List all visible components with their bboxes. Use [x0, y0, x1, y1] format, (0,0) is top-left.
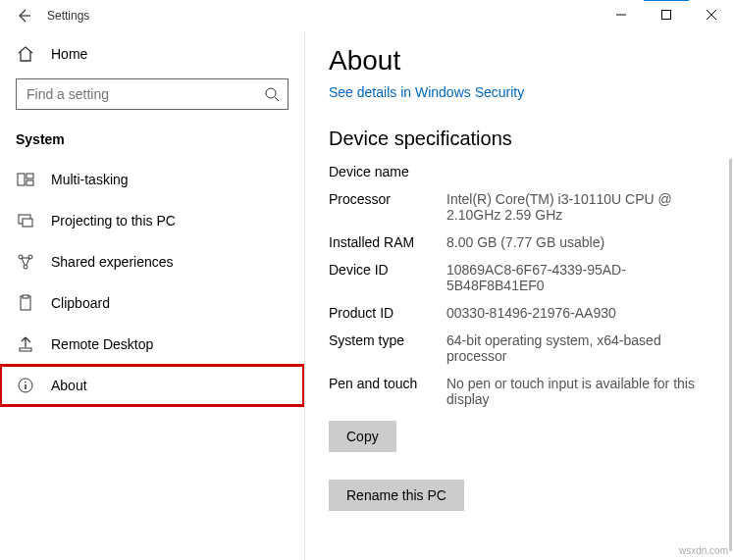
sidebar-item-label: Shared experiences — [51, 254, 174, 270]
spec-value: 64-bit operating system, x64-based proce… — [446, 332, 710, 364]
content-pane: About See details in Windows Security De… — [304, 31, 734, 560]
spec-value: 8.00 GB (7.77 GB usable) — [446, 234, 710, 250]
minimize-button[interactable] — [599, 0, 644, 29]
copy-button[interactable]: Copy — [329, 421, 396, 452]
info-icon — [16, 377, 35, 394]
sidebar-item-label: About — [51, 378, 87, 393]
scrollbar[interactable] — [729, 159, 732, 551]
window-title: Settings — [47, 9, 89, 23]
spec-key: Processor — [329, 191, 439, 223]
nav-home[interactable]: Home — [0, 35, 304, 73]
spec-value: Intel(R) Core(TM) i3-10110U CPU @ 2.10GH… — [446, 191, 710, 223]
sidebar-item-label: Clipboard — [51, 295, 110, 311]
svg-rect-7 — [26, 174, 33, 178]
spec-value — [446, 164, 710, 179]
search-box[interactable] — [16, 78, 288, 110]
sidebar-item-remote[interactable]: Remote Desktop — [0, 324, 304, 365]
spec-key: Pen and touch — [329, 376, 439, 407]
clipboard-icon — [16, 294, 35, 312]
svg-rect-16 — [20, 348, 31, 351]
sidebar-section-label: System — [0, 126, 304, 159]
spec-value: No pen or touch input is available for t… — [446, 376, 710, 407]
sidebar: Home System Multi-tasking Projecting to … — [0, 31, 304, 560]
sidebar-item-about[interactable]: About — [0, 365, 304, 406]
sidebar-item-multitasking[interactable]: Multi-tasking — [0, 159, 304, 200]
spec-table: Device name Processor Intel(R) Core(TM) … — [329, 164, 710, 407]
spec-key: System type — [329, 332, 439, 364]
sidebar-item-label: Remote Desktop — [51, 336, 153, 352]
page-title: About — [329, 45, 710, 76]
svg-point-4 — [266, 88, 276, 98]
search-input[interactable] — [25, 85, 264, 103]
spec-value: 00330-81496-21976-AA930 — [446, 305, 710, 321]
spec-key: Device ID — [329, 262, 439, 293]
watermark: wsxdn.com — [679, 545, 728, 556]
maximize-button[interactable] — [644, 0, 689, 29]
sidebar-item-clipboard[interactable]: Clipboard — [0, 282, 304, 324]
sidebar-item-shared[interactable]: Shared experiences — [0, 241, 304, 282]
shared-icon — [16, 253, 35, 271]
spec-heading: Device specifications — [329, 127, 710, 150]
svg-rect-1 — [662, 11, 671, 20]
svg-point-13 — [24, 265, 27, 269]
close-button[interactable] — [689, 0, 734, 29]
multitasking-icon — [16, 171, 35, 188]
sidebar-item-projecting[interactable]: Projecting to this PC — [0, 200, 304, 241]
home-icon — [16, 45, 35, 63]
remote-icon — [16, 335, 35, 353]
projecting-icon — [16, 212, 35, 229]
nav-home-label: Home — [51, 46, 87, 62]
svg-rect-6 — [18, 174, 25, 185]
title-bar: Settings — [0, 0, 734, 31]
svg-rect-15 — [23, 295, 28, 298]
svg-point-19 — [25, 382, 26, 383]
spec-key: Device name — [329, 164, 439, 179]
search-icon — [264, 86, 280, 102]
security-link[interactable]: See details in Windows Security — [329, 84, 710, 100]
back-button[interactable] — [0, 8, 47, 24]
sidebar-item-label: Projecting to this PC — [51, 213, 176, 229]
sidebar-item-label: Multi-tasking — [51, 172, 129, 187]
rename-pc-button[interactable]: Rename this PC — [329, 480, 464, 511]
svg-rect-8 — [26, 180, 33, 185]
spec-value: 10869AC8-6F67-4339-95AD-5B48F8B41EF0 — [446, 262, 710, 293]
svg-rect-10 — [23, 219, 32, 227]
spec-key: Installed RAM — [329, 234, 439, 250]
spec-key: Product ID — [329, 305, 439, 321]
svg-line-5 — [275, 97, 279, 101]
